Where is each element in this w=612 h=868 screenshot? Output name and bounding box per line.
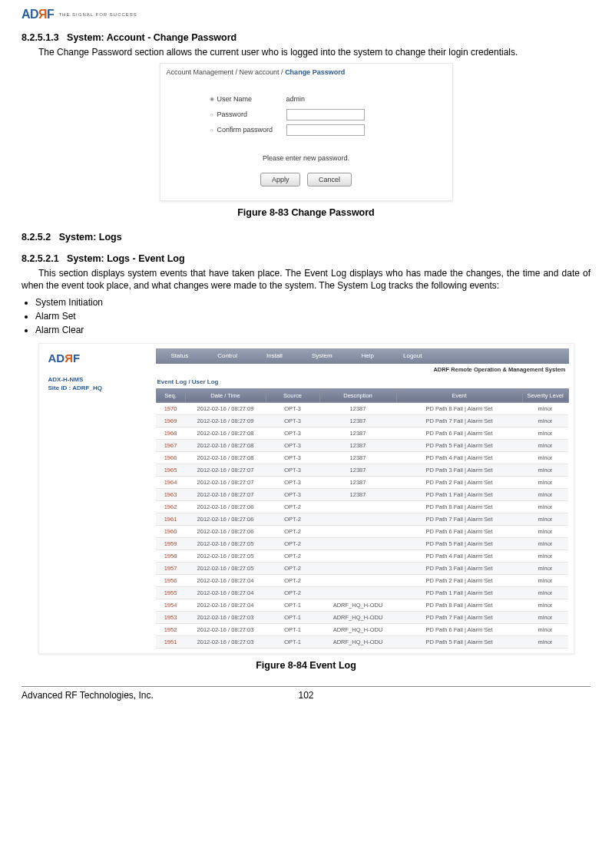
cell-source: OPT-3 <box>266 414 319 427</box>
cell-seq: 1957 <box>156 562 185 574</box>
cell-severity: minor <box>522 537 568 550</box>
cell-seq: 1963 <box>156 488 185 500</box>
cancel-button[interactable]: Cancel <box>307 173 352 186</box>
cell-event: PD Path 5 Fail | Alarm Set <box>396 439 522 451</box>
heading-8-2-5-1-3: 8.2.5.1.3 System: Account - Change Passw… <box>22 32 590 43</box>
cell-severity: minor <box>522 464 568 476</box>
cell-source: OPT-1 <box>266 611 319 623</box>
cell-datetime: 2012-02-16 / 08:27:07 <box>185 488 266 500</box>
cell-severity: minor <box>522 451 568 464</box>
cell-description: ADRF_HQ_H-ODU <box>319 599 396 611</box>
username-value: admin <box>286 95 306 103</box>
cell-event: PD Path 2 Fail | Alarm Set <box>396 574 522 586</box>
cell-description: ADRF_HQ_H-ODU <box>319 623 396 635</box>
cell-source: OPT-3 <box>266 402 319 414</box>
cell-severity: minor <box>522 562 568 574</box>
table-row: 19652012-02-16 / 08:27:07OPT-312387PD Pa… <box>156 464 568 476</box>
cell-event: PD Path 8 Fail | Alarm Set <box>396 599 522 611</box>
cell-source: OPT-3 <box>266 476 319 488</box>
cell-description: 12387 <box>319 402 396 414</box>
cell-seq: 1952 <box>156 623 185 635</box>
figure-caption-8-83: Figure 8-83 Change Password <box>22 207 590 218</box>
table-row: 19642012-02-16 / 08:27:07OPT-312387PD Pa… <box>156 476 568 488</box>
list-item: System Initiation <box>35 297 590 308</box>
radio-icon: ◉ <box>207 96 217 102</box>
main-menu: Status Control Install System Help Logou… <box>156 348 569 364</box>
logo: ADЯF <box>48 351 156 365</box>
footer-page-number: 102 <box>211 690 401 701</box>
list-item: Alarm Clear <box>35 325 590 335</box>
cell-event: PD Path 5 Fail | Alarm Set <box>396 635 522 648</box>
menu-system[interactable]: System <box>312 352 332 359</box>
col-datetime: Date / Time <box>185 388 266 402</box>
footer-company: Advanced RF Technologies, Inc. <box>22 690 211 701</box>
table-row: 19682012-02-16 / 08:27:08OPT-312387PD Pa… <box>156 427 568 439</box>
logo-tagline: THE SIGNAL FOR SUCCESS <box>58 12 137 17</box>
confirm-password-input[interactable] <box>286 124 365 136</box>
cell-source: OPT-2 <box>266 574 319 586</box>
breadcrumb: Account Management / New account / Chang… <box>160 64 452 81</box>
menu-install[interactable]: Install <box>266 352 283 359</box>
cell-description <box>319 500 396 513</box>
cell-event: PD Path 7 Fail | Alarm Set <box>396 611 522 623</box>
cell-description <box>319 562 396 574</box>
cell-description: 12387 <box>319 488 396 500</box>
cell-severity: minor <box>522 525 568 537</box>
radio-icon: ○ <box>207 112 217 117</box>
confirm-password-label: Confirm password <box>217 126 286 134</box>
cell-source: OPT-2 <box>266 537 319 550</box>
apply-button[interactable]: Apply <box>260 173 301 186</box>
cell-source: OPT-2 <box>266 525 319 537</box>
cell-event: PD Path 1 Fail | Alarm Set <box>396 488 522 500</box>
cell-seq: 1966 <box>156 451 185 464</box>
cell-severity: minor <box>522 550 568 562</box>
cell-severity: minor <box>522 599 568 611</box>
cell-event: PD Path 3 Fail | Alarm Set <box>396 464 522 476</box>
cell-datetime: 2012-02-16 / 08:27:09 <box>185 414 266 427</box>
cell-seq: 1961 <box>156 513 185 525</box>
cell-description: 12387 <box>319 464 396 476</box>
radio-icon: ○ <box>207 127 217 133</box>
password-label: Password <box>217 111 286 118</box>
cell-description: 12387 <box>319 427 396 439</box>
table-row: 19552012-02-16 / 08:27:04OPT-2PD Path 1 … <box>156 586 568 599</box>
cell-description: 12387 <box>319 439 396 451</box>
cell-description <box>319 513 396 525</box>
cell-datetime: 2012-02-16 / 08:27:03 <box>185 623 266 635</box>
table-row: 19542012-02-16 / 08:27:04OPT-1ADRF_HQ_H-… <box>156 599 568 611</box>
cell-event: PD Path 3 Fail | Alarm Set <box>396 562 522 574</box>
cell-severity: minor <box>522 635 568 648</box>
password-input[interactable] <box>286 109 365 120</box>
cell-description <box>319 574 396 586</box>
table-row: 19522012-02-16 / 08:27:03OPT-1ADRF_HQ_H-… <box>156 623 568 635</box>
cell-seq: 1967 <box>156 439 185 451</box>
cell-datetime: 2012-02-16 / 08:27:06 <box>185 513 266 525</box>
cell-severity: minor <box>522 513 568 525</box>
col-source: Source <box>266 388 319 402</box>
cell-datetime: 2012-02-16 / 08:27:04 <box>185 599 266 611</box>
cell-severity: minor <box>522 414 568 427</box>
table-row: 19672012-02-16 / 08:27:08OPT-312387PD Pa… <box>156 439 568 451</box>
username-label: User Name <box>217 95 286 103</box>
menu-control[interactable]: Control <box>217 352 237 359</box>
col-event: Event <box>396 388 522 402</box>
menu-status[interactable]: Status <box>171 352 189 359</box>
breadcrumb: Event Log / User Log <box>156 377 569 388</box>
cell-source: OPT-2 <box>266 562 319 574</box>
menu-logout[interactable]: Logout <box>403 352 422 359</box>
cell-seq: 1958 <box>156 550 185 562</box>
table-row: 19532012-02-16 / 08:27:03OPT-1ADRF_HQ_H-… <box>156 611 568 623</box>
bullet-list: System Initiation Alarm Set Alarm Clear <box>35 297 590 335</box>
cell-event: PD Path 8 Fail | Alarm Set <box>396 402 522 414</box>
cell-severity: minor <box>522 439 568 451</box>
cell-datetime: 2012-02-16 / 08:27:07 <box>185 464 266 476</box>
cell-source: OPT-3 <box>266 427 319 439</box>
cell-event: PD Path 7 Fail | Alarm Set <box>396 414 522 427</box>
heading-8-2-5-2-1: 8.2.5.2.1 System: Logs - Event Log <box>22 253 590 264</box>
menu-help[interactable]: Help <box>362 352 374 359</box>
cell-seq: 1960 <box>156 525 185 537</box>
cell-description <box>319 586 396 599</box>
table-row: 19512012-02-16 / 08:27:03OPT-1ADRF_HQ_H-… <box>156 635 568 648</box>
cell-event: PD Path 2 Fail | Alarm Set <box>396 476 522 488</box>
cell-event: PD Path 6 Fail | Alarm Set <box>396 427 522 439</box>
